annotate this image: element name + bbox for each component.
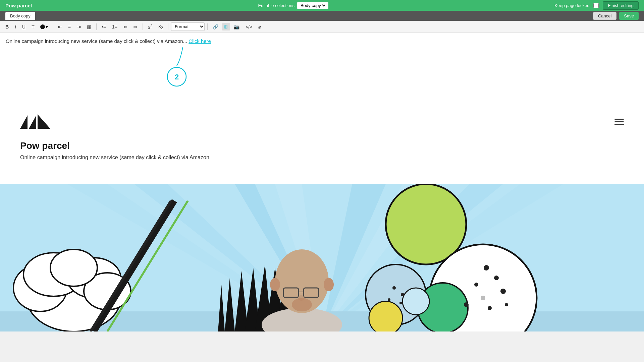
tab-group: Body copy	[5, 12, 35, 20]
strikethrough-button[interactable]: T	[29, 23, 37, 31]
italic-button[interactable]: I	[12, 23, 18, 31]
svg-point-37	[392, 286, 396, 290]
hamburger-menu[interactable]	[614, 119, 624, 125]
keep-locked-checkbox[interactable]	[593, 3, 599, 8]
ham-line-3	[614, 124, 624, 125]
svg-point-36	[505, 303, 508, 306]
toolbar-divider-4	[168, 23, 168, 30]
svg-marker-2	[29, 115, 36, 129]
hero-area	[0, 184, 644, 331]
finish-editing-button[interactable]: Finish editing	[603, 1, 639, 10]
svg-point-35	[464, 302, 469, 307]
cancel-button[interactable]: Cancel	[593, 12, 616, 20]
action-buttons: Cancel Save	[593, 12, 639, 20]
second-bar: Body copy Cancel Save	[0, 11, 644, 21]
svg-point-38	[401, 293, 404, 296]
svg-point-29	[484, 265, 489, 270]
align-center-button[interactable]: ≡	[66, 23, 73, 31]
subscript-button[interactable]: x2	[156, 22, 165, 31]
editor-body-text: Online campaign introducing new service …	[6, 38, 187, 44]
indent-button[interactable]: ⇨	[131, 23, 140, 31]
svg-point-39	[388, 298, 390, 301]
annotation-container: 2	[160, 47, 227, 91]
editor-link-text[interactable]: Click here	[189, 38, 211, 44]
bullet-list-button[interactable]: •≡	[99, 23, 108, 31]
color-dot	[40, 24, 45, 29]
annotation-svg: 2	[160, 47, 200, 87]
align-right-button[interactable]: ⇥	[74, 23, 83, 31]
editable-select-input[interactable]: Body copy	[299, 3, 326, 8]
preview-body-text: Online campaign introducing new service …	[20, 155, 624, 161]
hero-image	[0, 184, 644, 331]
editor-content[interactable]: Online campaign introducing new service …	[0, 33, 644, 100]
preview-title: Pow parcel	[20, 140, 624, 151]
svg-point-32	[500, 289, 506, 294]
editor-toolbar: B I U T ▾ ⇤ ≡ ⇥ ▦ •≡ 1≡ ⇦ ⇨ x2 x2 Format…	[0, 21, 644, 33]
outdent-button[interactable]: ⇦	[121, 23, 130, 31]
annotation-number: 2	[175, 73, 179, 81]
svg-point-28	[402, 288, 429, 315]
link-button[interactable]: 🔗	[210, 23, 221, 31]
justify-button[interactable]: ▦	[85, 23, 94, 31]
editor-container: B I U T ▾ ⇤ ≡ ⇥ ▦ •≡ 1≡ ⇦ ⇨ x2 x2 Format…	[0, 21, 644, 100]
svg-point-56	[292, 298, 312, 311]
svg-point-31	[474, 283, 478, 287]
color-dropdown-arrow: ▾	[46, 24, 48, 29]
toolbar-divider-2	[96, 23, 97, 30]
keep-locked-label: Keep page locked	[554, 3, 589, 8]
editable-selections-group: Editable selections Body copy	[258, 2, 328, 9]
app-title: Pow parcel	[5, 3, 32, 8]
toolbar-divider-1	[53, 23, 53, 30]
svg-point-34	[488, 306, 492, 310]
ordered-list-button[interactable]: 1≡	[110, 23, 120, 31]
color-button[interactable]: ▾	[38, 23, 50, 31]
svg-point-30	[494, 276, 499, 280]
top-bar-right: Keep page locked Finish editing	[554, 1, 639, 10]
preview-header	[20, 114, 624, 130]
toolbar-divider-5	[207, 23, 208, 30]
svg-marker-3	[38, 114, 50, 129]
svg-point-27	[369, 301, 402, 331]
ham-line-1	[614, 119, 624, 120]
ham-line-2	[614, 121, 624, 122]
save-button[interactable]: Save	[619, 12, 639, 20]
editor-text-line: Online campaign introducing new service …	[6, 38, 638, 44]
svg-point-50	[270, 278, 280, 291]
svg-point-51	[324, 278, 334, 291]
svg-point-33	[481, 296, 485, 300]
underline-button[interactable]: U	[20, 23, 28, 31]
editable-selection-dropdown[interactable]: Body copy	[297, 2, 328, 9]
superscript-button[interactable]: x2	[146, 22, 155, 31]
editable-selections-label: Editable selections	[258, 3, 294, 8]
align-left-button[interactable]: ⇤	[56, 23, 64, 31]
image-button[interactable]: 📷	[231, 23, 242, 31]
code-button[interactable]: </>	[243, 23, 255, 31]
unlink-button[interactable]: 🔗⃠	[222, 23, 230, 31]
svg-point-40	[399, 302, 402, 304]
format-select[interactable]: Format	[171, 22, 205, 31]
toolbar-divider-3	[143, 23, 143, 30]
svg-marker-1	[20, 115, 28, 129]
page-preview: Pow parcel Online campaign introducing n…	[0, 100, 644, 184]
svg-point-19	[50, 249, 97, 286]
logo-svg	[20, 114, 70, 130]
top-bar: Pow parcel Editable selections Body copy…	[0, 0, 644, 11]
clear-format-button[interactable]: ⌀	[256, 23, 263, 31]
bold-button[interactable]: B	[3, 23, 11, 31]
body-copy-tab[interactable]: Body copy	[5, 12, 35, 20]
